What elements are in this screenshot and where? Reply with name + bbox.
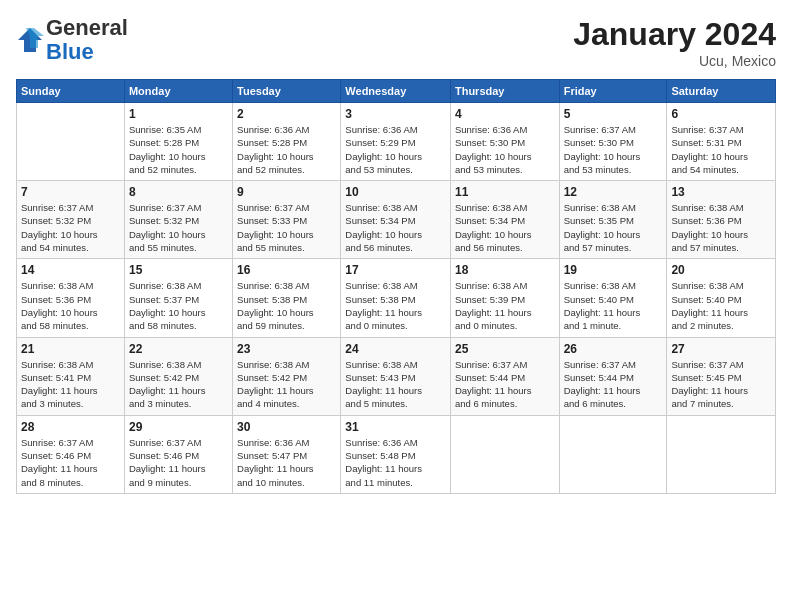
- day-info: Sunrise: 6:38 AM Sunset: 5:37 PM Dayligh…: [129, 279, 228, 332]
- day-info: Sunrise: 6:36 AM Sunset: 5:48 PM Dayligh…: [345, 436, 446, 489]
- day-info: Sunrise: 6:38 AM Sunset: 5:42 PM Dayligh…: [129, 358, 228, 411]
- col-saturday: Saturday: [667, 80, 776, 103]
- table-row: 27Sunrise: 6:37 AM Sunset: 5:45 PM Dayli…: [667, 337, 776, 415]
- table-row: 14Sunrise: 6:38 AM Sunset: 5:36 PM Dayli…: [17, 259, 125, 337]
- day-info: Sunrise: 6:37 AM Sunset: 5:44 PM Dayligh…: [564, 358, 663, 411]
- day-info: Sunrise: 6:38 AM Sunset: 5:36 PM Dayligh…: [671, 201, 771, 254]
- day-info: Sunrise: 6:37 AM Sunset: 5:32 PM Dayligh…: [129, 201, 228, 254]
- table-row: 22Sunrise: 6:38 AM Sunset: 5:42 PM Dayli…: [124, 337, 232, 415]
- day-info: Sunrise: 6:38 AM Sunset: 5:39 PM Dayligh…: [455, 279, 555, 332]
- month-title: January 2024: [573, 16, 776, 53]
- table-row: 9Sunrise: 6:37 AM Sunset: 5:33 PM Daylig…: [233, 181, 341, 259]
- table-row: 24Sunrise: 6:38 AM Sunset: 5:43 PM Dayli…: [341, 337, 451, 415]
- table-row: 5Sunrise: 6:37 AM Sunset: 5:30 PM Daylig…: [559, 103, 667, 181]
- day-number: 24: [345, 342, 446, 356]
- day-number: 10: [345, 185, 446, 199]
- col-thursday: Thursday: [450, 80, 559, 103]
- col-wednesday: Wednesday: [341, 80, 451, 103]
- day-number: 22: [129, 342, 228, 356]
- calendar-body: 1Sunrise: 6:35 AM Sunset: 5:28 PM Daylig…: [17, 103, 776, 494]
- day-info: Sunrise: 6:37 AM Sunset: 5:46 PM Dayligh…: [129, 436, 228, 489]
- table-row: 18Sunrise: 6:38 AM Sunset: 5:39 PM Dayli…: [450, 259, 559, 337]
- day-info: Sunrise: 6:38 AM Sunset: 5:34 PM Dayligh…: [345, 201, 446, 254]
- day-info: Sunrise: 6:38 AM Sunset: 5:40 PM Dayligh…: [564, 279, 663, 332]
- col-tuesday: Tuesday: [233, 80, 341, 103]
- day-number: 15: [129, 263, 228, 277]
- table-row: 28Sunrise: 6:37 AM Sunset: 5:46 PM Dayli…: [17, 415, 125, 493]
- table-row: [667, 415, 776, 493]
- day-info: Sunrise: 6:37 AM Sunset: 5:32 PM Dayligh…: [21, 201, 120, 254]
- day-info: Sunrise: 6:36 AM Sunset: 5:29 PM Dayligh…: [345, 123, 446, 176]
- day-info: Sunrise: 6:36 AM Sunset: 5:30 PM Dayligh…: [455, 123, 555, 176]
- day-number: 29: [129, 420, 228, 434]
- day-number: 21: [21, 342, 120, 356]
- table-row: 1Sunrise: 6:35 AM Sunset: 5:28 PM Daylig…: [124, 103, 232, 181]
- day-info: Sunrise: 6:38 AM Sunset: 5:40 PM Dayligh…: [671, 279, 771, 332]
- table-row: 26Sunrise: 6:37 AM Sunset: 5:44 PM Dayli…: [559, 337, 667, 415]
- table-row: 23Sunrise: 6:38 AM Sunset: 5:42 PM Dayli…: [233, 337, 341, 415]
- table-row: 20Sunrise: 6:38 AM Sunset: 5:40 PM Dayli…: [667, 259, 776, 337]
- table-row: 12Sunrise: 6:38 AM Sunset: 5:35 PM Dayli…: [559, 181, 667, 259]
- col-monday: Monday: [124, 80, 232, 103]
- day-info: Sunrise: 6:37 AM Sunset: 5:30 PM Dayligh…: [564, 123, 663, 176]
- day-info: Sunrise: 6:38 AM Sunset: 5:38 PM Dayligh…: [237, 279, 336, 332]
- table-row: 25Sunrise: 6:37 AM Sunset: 5:44 PM Dayli…: [450, 337, 559, 415]
- day-info: Sunrise: 6:38 AM Sunset: 5:34 PM Dayligh…: [455, 201, 555, 254]
- day-number: 5: [564, 107, 663, 121]
- day-number: 4: [455, 107, 555, 121]
- calendar-week-row: 28Sunrise: 6:37 AM Sunset: 5:46 PM Dayli…: [17, 415, 776, 493]
- logo-general: General: [46, 15, 128, 40]
- day-info: Sunrise: 6:38 AM Sunset: 5:36 PM Dayligh…: [21, 279, 120, 332]
- logo-icon: [16, 26, 44, 54]
- table-row: 21Sunrise: 6:38 AM Sunset: 5:41 PM Dayli…: [17, 337, 125, 415]
- day-info: Sunrise: 6:37 AM Sunset: 5:31 PM Dayligh…: [671, 123, 771, 176]
- table-row: [17, 103, 125, 181]
- day-info: Sunrise: 6:37 AM Sunset: 5:46 PM Dayligh…: [21, 436, 120, 489]
- calendar-week-row: 7Sunrise: 6:37 AM Sunset: 5:32 PM Daylig…: [17, 181, 776, 259]
- location: Ucu, Mexico: [573, 53, 776, 69]
- day-number: 11: [455, 185, 555, 199]
- logo-blue: Blue: [46, 39, 94, 64]
- table-row: 13Sunrise: 6:38 AM Sunset: 5:36 PM Dayli…: [667, 181, 776, 259]
- table-row: 30Sunrise: 6:36 AM Sunset: 5:47 PM Dayli…: [233, 415, 341, 493]
- day-number: 19: [564, 263, 663, 277]
- day-number: 20: [671, 263, 771, 277]
- table-row: 19Sunrise: 6:38 AM Sunset: 5:40 PM Dayli…: [559, 259, 667, 337]
- logo: General Blue: [16, 16, 128, 64]
- day-number: 18: [455, 263, 555, 277]
- day-number: 12: [564, 185, 663, 199]
- day-number: 17: [345, 263, 446, 277]
- calendar-week-row: 14Sunrise: 6:38 AM Sunset: 5:36 PM Dayli…: [17, 259, 776, 337]
- table-row: 8Sunrise: 6:37 AM Sunset: 5:32 PM Daylig…: [124, 181, 232, 259]
- title-block: January 2024 Ucu, Mexico: [573, 16, 776, 69]
- table-row: [450, 415, 559, 493]
- table-row: 11Sunrise: 6:38 AM Sunset: 5:34 PM Dayli…: [450, 181, 559, 259]
- table-row: 4Sunrise: 6:36 AM Sunset: 5:30 PM Daylig…: [450, 103, 559, 181]
- day-info: Sunrise: 6:37 AM Sunset: 5:44 PM Dayligh…: [455, 358, 555, 411]
- day-info: Sunrise: 6:38 AM Sunset: 5:43 PM Dayligh…: [345, 358, 446, 411]
- day-number: 16: [237, 263, 336, 277]
- day-info: Sunrise: 6:38 AM Sunset: 5:41 PM Dayligh…: [21, 358, 120, 411]
- day-info: Sunrise: 6:38 AM Sunset: 5:42 PM Dayligh…: [237, 358, 336, 411]
- table-row: 2Sunrise: 6:36 AM Sunset: 5:28 PM Daylig…: [233, 103, 341, 181]
- day-number: 27: [671, 342, 771, 356]
- day-info: Sunrise: 6:37 AM Sunset: 5:45 PM Dayligh…: [671, 358, 771, 411]
- table-row: 10Sunrise: 6:38 AM Sunset: 5:34 PM Dayli…: [341, 181, 451, 259]
- table-row: 29Sunrise: 6:37 AM Sunset: 5:46 PM Dayli…: [124, 415, 232, 493]
- page: General Blue January 2024 Ucu, Mexico Su…: [0, 0, 792, 612]
- day-number: 14: [21, 263, 120, 277]
- table-row: 15Sunrise: 6:38 AM Sunset: 5:37 PM Dayli…: [124, 259, 232, 337]
- table-row: 16Sunrise: 6:38 AM Sunset: 5:38 PM Dayli…: [233, 259, 341, 337]
- table-row: 17Sunrise: 6:38 AM Sunset: 5:38 PM Dayli…: [341, 259, 451, 337]
- day-number: 9: [237, 185, 336, 199]
- day-number: 31: [345, 420, 446, 434]
- day-info: Sunrise: 6:36 AM Sunset: 5:28 PM Dayligh…: [237, 123, 336, 176]
- day-number: 13: [671, 185, 771, 199]
- col-sunday: Sunday: [17, 80, 125, 103]
- day-number: 25: [455, 342, 555, 356]
- day-number: 2: [237, 107, 336, 121]
- day-number: 3: [345, 107, 446, 121]
- day-number: 30: [237, 420, 336, 434]
- day-info: Sunrise: 6:38 AM Sunset: 5:35 PM Dayligh…: [564, 201, 663, 254]
- header: General Blue January 2024 Ucu, Mexico: [16, 16, 776, 69]
